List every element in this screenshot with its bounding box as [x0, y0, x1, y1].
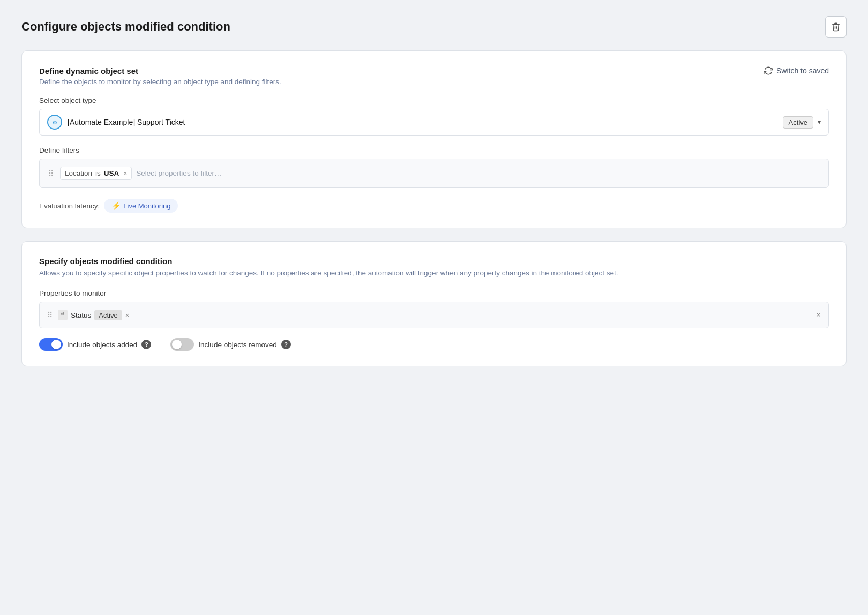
include-objects-removed-label: Include objects removed [198, 341, 276, 349]
live-monitoring-label: Live Monitoring [123, 202, 170, 210]
object-type-selector[interactable]: ⊙ [Automate Example] Support Ticket Acti… [39, 109, 829, 136]
include-objects-added-help-icon[interactable]: ? [141, 340, 151, 349]
object-status-badge: Active [783, 116, 813, 129]
define-filters-label: Define filters [39, 146, 829, 154]
section2-subtitle: Allows you to specify specific object pr… [39, 268, 829, 279]
page-title: Configure objects modified condition [21, 20, 230, 34]
properties-field[interactable]: ⠿ ❝ Status Active × × [39, 302, 829, 328]
include-objects-added-toggle[interactable] [39, 338, 63, 351]
section1-title: Define dynamic object set [39, 66, 138, 76]
object-type-icon-letter: ⊙ [53, 119, 57, 125]
section2-title: Specify objects modified condition [39, 257, 172, 266]
select-object-type-label: Select object type [39, 96, 829, 104]
property-drag-handle-icon: ⠿ [47, 311, 53, 319]
toggle-slider-off [170, 338, 194, 351]
quote-icon: ❝ [58, 310, 68, 320]
chevron-down-icon: ▾ [818, 118, 821, 126]
live-monitoring-badge[interactable]: ⚡ Live Monitoring [104, 199, 178, 213]
refresh-icon [764, 66, 773, 76]
include-objects-removed-help-icon[interactable]: ? [281, 340, 291, 349]
filter-area[interactable]: ⠿ Location is USA × Select properties to… [39, 159, 829, 188]
property-remove-icon[interactable]: × [125, 311, 130, 319]
toggles-row: Include objects added ? Include objects … [39, 338, 829, 351]
filter-op: is [95, 169, 101, 177]
specify-objects-modified-card: Specify objects modified condition Allow… [21, 241, 847, 366]
property-value: Active [94, 310, 122, 320]
object-type-icon: ⊙ [47, 115, 62, 130]
filter-placeholder[interactable]: Select properties to filter… [136, 169, 221, 177]
section1-subtitle: Define the objects to monitor by selecti… [39, 78, 829, 86]
switch-to-saved-label: Switch to saved [776, 66, 829, 75]
filter-key: Location [65, 169, 92, 177]
define-dynamic-object-set-card: Define dynamic object set Switch to save… [21, 50, 847, 228]
section2-header: Specify objects modified condition [39, 257, 829, 266]
filter-tag: Location is USA × [60, 167, 132, 180]
property-name: Status [71, 311, 91, 319]
filter-value: USA [104, 169, 119, 177]
evaluation-latency-label: Evaluation latency: [39, 202, 100, 210]
properties-to-monitor-label: Properties to monitor [39, 289, 829, 297]
section1-header: Define dynamic object set Switch to save… [39, 66, 829, 76]
include-objects-removed-toggle-item: Include objects removed ? [170, 338, 290, 351]
trash-icon [831, 22, 841, 32]
toggle-slider-on [39, 338, 63, 351]
object-type-name: [Automate Example] Support Ticket [68, 118, 783, 126]
include-objects-removed-toggle[interactable] [170, 338, 194, 351]
include-objects-added-label: Include objects added [67, 341, 137, 349]
bolt-icon: ⚡ [111, 201, 121, 210]
filter-remove-icon[interactable]: × [123, 170, 127, 177]
switch-to-saved-button[interactable]: Switch to saved [764, 66, 829, 76]
property-tag: ⠿ ❝ Status Active × [47, 310, 129, 320]
field-clear-icon[interactable]: × [816, 310, 821, 320]
evaluation-latency-row: Evaluation latency: ⚡ Live Monitoring [39, 199, 829, 213]
include-objects-added-toggle-item: Include objects added ? [39, 338, 151, 351]
drag-handle-icon: ⠿ [48, 169, 54, 178]
delete-button[interactable] [825, 16, 847, 38]
